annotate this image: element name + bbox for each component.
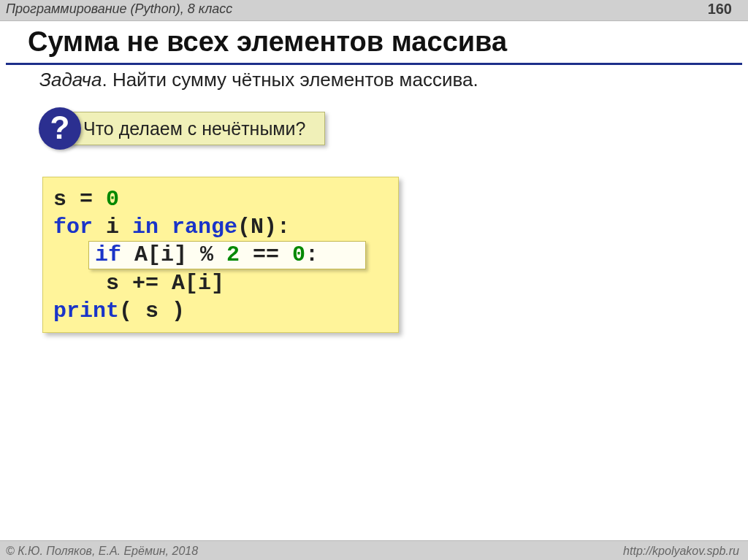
code-highlight-box: if A[i] % 2 == 0: (88, 241, 366, 269)
footer-url: http://kpolyakov.spb.ru (623, 545, 739, 558)
code-token: range (172, 215, 237, 239)
code-token: A[i] % (134, 242, 226, 269)
code-token: i (106, 215, 132, 239)
code-token: 0 (292, 242, 305, 269)
slide-title: Сумма не всех элементов массива (28, 26, 507, 58)
code-token: 2 (226, 242, 240, 269)
code-token: (N): (237, 215, 290, 239)
code-token: == (240, 242, 292, 269)
code-line-1: s = 0 (53, 186, 388, 214)
breadcrumb: Программирование (Python), 8 класс (6, 1, 232, 17)
task-label: Задача (39, 69, 102, 91)
code-token: for (53, 215, 106, 239)
question-text: Что делаем с нечётными? (83, 118, 305, 139)
code-token: if (95, 242, 134, 269)
code-line-5: print( s ) (53, 298, 388, 326)
question-callout: Что делаем с нечётными? (66, 112, 325, 145)
code-token: ( s ) (119, 299, 185, 323)
code-token: 0 (106, 187, 119, 212)
footer-copyright: © К.Ю. Поляков, Е.А. Ерёмин, 2018 (6, 545, 198, 558)
task-statement: Задача. Найти сумму чётных элементов мас… (39, 69, 478, 91)
code-line-3: if A[i] % 2 == 0: (53, 242, 388, 269)
code-line-2: for i in range(N): (53, 214, 388, 242)
task-text: . Найти сумму чётных элементов массива. (102, 69, 478, 91)
code-token: : (305, 242, 318, 269)
code-block: s = 0 for i in range(N): if A[i] % 2 == … (42, 177, 399, 333)
code-token: = (80, 187, 106, 212)
code-token: in (132, 215, 172, 239)
code-token: print (53, 299, 119, 323)
title-underline (6, 63, 742, 65)
code-line-4: s += A[i] (53, 270, 388, 298)
code-token: s (53, 187, 80, 212)
page-number: 160 (708, 1, 732, 18)
question-mark-icon: ? (39, 107, 81, 150)
slide: Программирование (Python), 8 класс 160 С… (0, 0, 748, 560)
